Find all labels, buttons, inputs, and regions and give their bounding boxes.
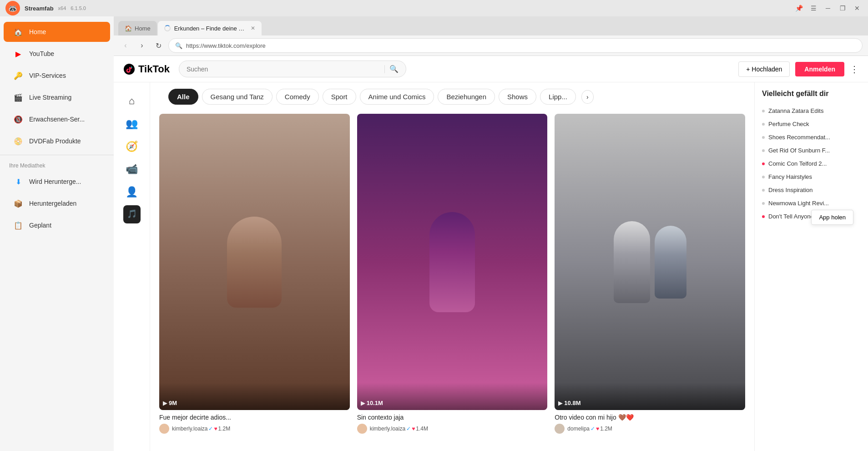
video-author-2: kimberly.loaiza ✓ ♥ 1.4M <box>370 426 428 432</box>
cat-tab-beziehungen[interactable]: Beziehungen <box>438 89 495 105</box>
trending-dot-7 <box>762 189 765 192</box>
trending-dot-8 <box>762 202 765 205</box>
video-avatar-3 <box>555 424 565 434</box>
cat-tab-shows[interactable]: Shows <box>499 89 536 105</box>
home-nav-icon: ⌂ <box>129 95 135 107</box>
more-menu-button[interactable]: ⋮ <box>850 64 859 75</box>
cat-tab-comedy[interactable]: Comedy <box>276 89 319 105</box>
url-text: https://www.tiktok.com/explore <box>186 42 266 49</box>
trending-text-1: Zatanna Zatara Edits <box>768 107 823 114</box>
cat-tab-beziehungen-label: Beziehungen <box>446 93 486 101</box>
tab-home-favicon: 🏠 <box>125 25 131 31</box>
sidebar-item-livestreaming-label: Live Streaming <box>29 94 71 101</box>
likes-1: 1.2M <box>218 426 231 432</box>
sidebar-item-dvdfab[interactable]: 📀 DVDFab Produkte <box>4 131 110 151</box>
sidebar-item-home[interactable]: 🏠 Home <box>4 22 110 42</box>
back-button[interactable]: ‹ <box>119 39 132 52</box>
sidebar-item-youtube[interactable]: ▶ YouTube <box>4 44 110 64</box>
tab-explore[interactable]: Erkunden – Finde deine Lieb ✕ <box>158 21 262 35</box>
video-card-1[interactable]: ▶ 9M Fue mejor decirte adios... <box>159 114 350 436</box>
trending-item-5[interactable]: Comic Con Telford 2... <box>762 157 861 170</box>
close-button[interactable]: ✕ <box>852 3 863 14</box>
trending-item-7[interactable]: Dress Inspiration <box>762 183 861 197</box>
pin-button[interactable]: 📌 <box>793 3 804 14</box>
tiktok-logo-text: TikTok <box>138 63 170 75</box>
trending-item-6[interactable]: Fancy Hairstyles <box>762 170 861 183</box>
trending-text-7: Dress Inspiration <box>768 187 813 193</box>
trending-dot-9 <box>762 215 765 218</box>
tiktok-nav-explore[interactable]: 🧭 <box>122 137 141 157</box>
search-divider <box>384 65 385 73</box>
tiktok-search-bar[interactable]: 🔍 <box>179 61 406 77</box>
cat-tab-all[interactable]: Alle <box>168 89 198 105</box>
sidebar-item-erwachsenen[interactable]: 🔞 Erwachsenen-Ser... <box>4 109 110 129</box>
tiktok-logo-icon <box>123 63 136 76</box>
video-thumb-1: ▶ 9M <box>159 114 350 410</box>
app-holen-label: App holen <box>819 214 846 221</box>
cat-next-button[interactable]: › <box>581 90 594 104</box>
login-button[interactable]: Anmelden <box>795 62 844 76</box>
tiktok-search-input[interactable] <box>187 66 380 73</box>
tiktok-nav-friends[interactable]: 👥 <box>122 114 141 134</box>
minimize-button[interactable]: ─ <box>823 3 833 14</box>
sidebar-item-livestreaming[interactable]: 🎬 Live Streaming <box>4 87 110 107</box>
cat-tab-gesang-label: Gesang und Tanz <box>211 93 264 101</box>
tiktok-nav-home[interactable]: ⌂ <box>125 91 138 111</box>
app-arch: x64 <box>58 5 66 11</box>
planned-icon: 📋 <box>13 220 24 231</box>
app-holen-button[interactable]: App holen <box>811 210 853 225</box>
tab-close-icon[interactable]: ✕ <box>251 25 255 31</box>
cat-tab-sport[interactable]: Sport <box>323 89 356 105</box>
reload-button[interactable]: ↻ <box>152 39 165 52</box>
trending-item-4[interactable]: Get Rid Of Sunburn F... <box>762 144 861 157</box>
video-card-2[interactable]: ▶ 10.1M Sin contexto jaja <box>357 114 548 436</box>
profile-nav-icon: 👤 <box>126 186 138 198</box>
restore-button[interactable]: ❐ <box>837 3 848 14</box>
address-bar: ‹ › ↻ 🔍 https://www.tiktok.com/explore <box>114 35 868 56</box>
video-thumb-3: ▶ 10.8M <box>555 114 745 410</box>
upload-button[interactable]: + Hochladen <box>738 61 790 77</box>
sidebar-item-planned[interactable]: 📋 Geplant <box>4 215 110 235</box>
likes-2: 1.4M <box>416 426 428 432</box>
video-thumb-2: ▶ 10.1M <box>357 114 548 410</box>
trending-item-8[interactable]: Newmowa Light Revi... <box>762 197 861 210</box>
category-tabs: Alle Gesang und Tanz Comedy Sport Anime <box>159 82 745 109</box>
tiktok-nav-profile[interactable]: 👤 <box>122 182 141 203</box>
trending-dot-3 <box>762 136 765 139</box>
cat-tab-gesang[interactable]: Gesang und Tanz <box>202 89 273 105</box>
sidebar-item-youtube-label: YouTube <box>29 50 54 57</box>
sidebar-item-erwachsenen-label: Erwachsenen-Ser... <box>29 116 85 123</box>
login-label: Anmelden <box>804 66 835 73</box>
titlebar-left: 🦝 Streamfab x64 6.1.5.0 <box>5 1 86 15</box>
video-card-3[interactable]: ▶ 10.8M Otro video con mi hijo 🤎❤️ <box>555 114 745 436</box>
tab-home[interactable]: 🏠 Home <box>118 21 157 35</box>
cat-tab-anime[interactable]: Anime und Comics <box>360 89 434 105</box>
trending-item-3[interactable]: Shoes Recommendat... <box>762 131 861 144</box>
forward-button[interactable]: › <box>136 39 148 52</box>
app-title: Streamfab <box>25 5 54 12</box>
sidebar-item-downloading[interactable]: ⬇ Wird Herunterge... <box>4 172 110 192</box>
trending-item-2[interactable]: Perfume Check <box>762 117 861 131</box>
video-title-2: Sin contexto jaja <box>357 414 548 421</box>
sidebar-item-vip[interactable]: 🔑 VIP-Services <box>4 66 110 86</box>
cat-tab-lipp[interactable]: Lipp... <box>540 89 576 105</box>
video-author-1: kimberly.loaiza ✓ ♥ 1.2M <box>172 426 230 432</box>
video-avatar-2 <box>357 424 367 434</box>
trending-item-1[interactable]: Zatanna Zatara Edits <box>762 104 861 117</box>
verified-icon-3: ✓ <box>590 426 595 432</box>
sidebar-section-label: Ihre Mediathek <box>0 158 114 171</box>
url-bar[interactable]: 🔍 https://www.tiktok.com/explore <box>168 38 863 53</box>
tiktok-nav-music[interactable]: 🎵 <box>123 205 141 223</box>
trending-text-2: Perfume Check <box>768 121 809 127</box>
video-info-3: Otro video con mi hijo 🤎❤️ domelipa ✓ ♥ … <box>555 410 745 436</box>
tiktok-main: Alle Gesang und Tanz Comedy Sport Anime <box>150 82 754 451</box>
tiktok-nav-video[interactable]: 📹 <box>122 160 141 180</box>
sidebar-item-home-label: Home <box>29 28 46 35</box>
menu-button[interactable]: ☰ <box>808 3 819 14</box>
trending-dot-1 <box>762 110 765 112</box>
downloaded-icon: 📦 <box>13 198 24 209</box>
app-version: 6.1.5.0 <box>71 5 86 11</box>
tiktok-body: ⌂ 👥 🧭 📹 👤 🎵 <box>114 82 868 451</box>
sidebar-item-downloaded[interactable]: 📦 Heruntergeladen <box>4 193 110 213</box>
main-layout: 🏠 Home ▶ YouTube 🔑 VIP-Services 🎬 Live S… <box>0 16 868 451</box>
